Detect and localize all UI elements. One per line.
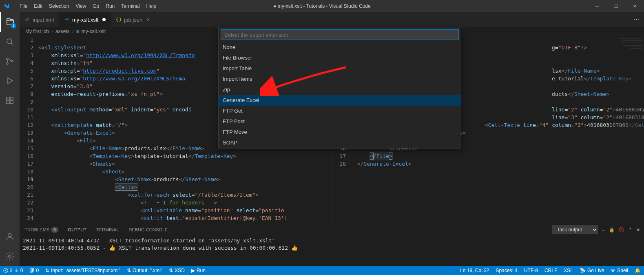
qi-item-file-browser[interactable]: File Browser — [219, 53, 461, 63]
window-title: ● my-xslt.xslt - Tutorials - Visual Stud… — [273, 3, 370, 9]
quick-input-list: None File Browser Import Table Import It… — [219, 42, 461, 148]
vscode-icon — [3, 3, 10, 9]
quick-input: None File Browser Import Table Import It… — [218, 27, 461, 149]
bottom-panel: PROBLEMS3 OUTPUT TERMINAL DEBUG CONSOLE … — [20, 223, 644, 266]
activity-explorer[interactable]: 1 — [0, 12, 20, 32]
editor-tabs: input.xml my-xslt.xslt job.json × ⋯ — [20, 12, 644, 27]
menu-go[interactable]: Go — [89, 0, 102, 12]
close-button[interactable]: ✕ — [625, 0, 644, 12]
output-line: 2021-11-09T10:40:55.085Z - 👍 XSLT transf… — [23, 244, 641, 252]
svg-point-8 — [8, 233, 11, 237]
tab-input-xml[interactable]: input.xml — [20, 12, 59, 27]
title-bar: File Edit Selection View Go Run Terminal… — [0, 0, 644, 12]
maximize-button[interactable]: ☐ — [606, 0, 625, 12]
panel-tab-problems[interactable]: PROBLEMS3 — [23, 227, 60, 232]
problems-badge: 3 — [51, 227, 58, 233]
activity-bar: 1 — [0, 12, 20, 266]
svg-point-2 — [7, 63, 8, 64]
panel-tab-terminal[interactable]: TERMINAL — [95, 227, 121, 232]
qi-item-none[interactable]: None — [219, 42, 461, 53]
close-icon[interactable]: ✕ — [636, 227, 640, 233]
qi-item-import-items[interactable]: Import Items — [219, 74, 461, 84]
dirty-dot-icon — [102, 18, 106, 21]
chevron-right-icon: › — [72, 29, 74, 34]
status-errors[interactable]: ⓧ 3 ⚠ 0 — [0, 266, 26, 275]
breadcrumb-item[interactable]: my-xslt.xslt — [82, 29, 106, 34]
tab-label: job.json — [124, 17, 142, 23]
breadcrumb-item[interactable]: My first job — [25, 29, 49, 34]
xslt-file-icon — [64, 17, 70, 22]
tab-label: my-xslt.xslt — [72, 17, 98, 23]
qi-item-ftp-post[interactable]: FTP Post — [219, 116, 461, 127]
close-icon[interactable]: × — [146, 16, 150, 23]
tab-my-xslt[interactable]: my-xslt.xslt — [59, 12, 111, 27]
chevron-up-icon[interactable]: ⌃ — [629, 227, 632, 233]
lock-icon[interactable]: 🔒 — [609, 227, 615, 233]
svg-rect-4 — [7, 97, 9, 100]
menu-run[interactable]: Run — [102, 0, 118, 12]
status-encoding[interactable]: UTF-8 — [521, 266, 541, 275]
clear-icon[interactable]: 🚫 — [619, 227, 624, 233]
tab-job-json[interactable]: job.json × — [111, 12, 155, 27]
svg-rect-7 — [10, 101, 13, 104]
activity-account[interactable] — [0, 227, 20, 246]
quick-input-field[interactable] — [221, 29, 459, 40]
menu-terminal[interactable]: Terminal — [118, 0, 143, 12]
svg-rect-5 — [10, 97, 13, 100]
svg-point-9 — [9, 255, 11, 257]
svg-point-3 — [11, 60, 13, 62]
tab-label: input.xml — [33, 17, 54, 23]
activity-scm[interactable] — [0, 51, 20, 71]
panel-tab-output[interactable]: OUTPUT — [66, 224, 88, 236]
status-bell-icon[interactable]: 🔔 — [631, 266, 644, 275]
window-controls: ─ ☐ ✕ — [588, 0, 644, 12]
status-lang[interactable]: XSL — [560, 266, 576, 275]
qi-item-generate-excel[interactable]: Generate Excel — [219, 95, 461, 106]
xml-file-icon — [24, 17, 30, 22]
editor-area: input.xml my-xslt.xslt job.json × ⋯ My f… — [20, 12, 644, 266]
status-spell[interactable]: 👁 Spell — [607, 266, 631, 275]
menu-view[interactable]: View — [72, 0, 89, 12]
tab-overflow-button[interactable]: ⋯ — [629, 12, 644, 27]
explorer-badge: 1 — [11, 23, 16, 29]
list-icon[interactable]: ≡ — [602, 227, 605, 232]
output-channel-select[interactable]: Task output — [552, 225, 598, 234]
json-file-icon — [116, 17, 122, 22]
status-run[interactable]: ▶ Run — [188, 266, 209, 275]
qi-item-ftp-get[interactable]: FTP Get — [219, 106, 461, 116]
output-line: 2021-11-09T10:40:54.473Z - XSLT transfor… — [23, 237, 641, 244]
chevron-right-icon: › — [51, 29, 53, 34]
status-input[interactable]: ⇅ Input: "assets/TESTS/input.xml" — [42, 266, 124, 275]
output-content[interactable]: 2021-11-09T10:40:54.473Z - XSLT transfor… — [20, 236, 644, 266]
minimize-button[interactable]: ─ — [588, 0, 606, 12]
activity-extensions[interactable] — [0, 91, 20, 110]
menu-help[interactable]: Help — [143, 0, 160, 12]
activity-settings[interactable] — [0, 246, 20, 266]
menu-file[interactable]: File — [16, 0, 31, 12]
qi-item-zip[interactable]: Zip — [219, 84, 461, 95]
status-spaces[interactable]: Spaces: 4 — [493, 266, 521, 275]
main-menu: File Edit Selection View Go Run Terminal… — [13, 0, 159, 12]
status-eol[interactable]: CRLF — [541, 266, 560, 275]
activity-search[interactable] — [0, 32, 20, 51]
line-gutter: 1234567891011121314151617181920212223242… — [20, 36, 38, 223]
status-lncol[interactable]: Ln 19, Col 32 — [457, 266, 492, 275]
menu-edit[interactable]: Edit — [31, 0, 46, 12]
status-output[interactable]: ⇅ Output: ".xml" — [124, 266, 166, 275]
status-xsd[interactable]: ⇅ XSD — [166, 266, 188, 275]
qi-item-ftp-move[interactable]: FTP Move — [219, 127, 461, 138]
panel-tab-debug-console[interactable]: DEBUG CONSOLE — [127, 227, 170, 232]
status-golive[interactable]: 📡 Go Live — [576, 266, 607, 275]
menu-selection[interactable]: Selection — [46, 0, 72, 12]
activity-run[interactable] — [0, 71, 20, 91]
qi-item-import-table[interactable]: Import Table — [219, 63, 461, 74]
svg-point-0 — [7, 39, 12, 44]
breadcrumb-item[interactable]: assets — [55, 29, 70, 34]
svg-rect-6 — [7, 101, 9, 104]
status-dbg[interactable]: 🗐 0 — [26, 266, 42, 275]
svg-point-10 — [27, 19, 28, 20]
panel-tabs: PROBLEMS3 OUTPUT TERMINAL DEBUG CONSOLE … — [20, 223, 644, 236]
xslt-file-icon: ≡ — [76, 29, 79, 34]
minimap[interactable] — [611, 36, 644, 223]
qi-item-soap[interactable]: SOAP — [219, 138, 461, 148]
